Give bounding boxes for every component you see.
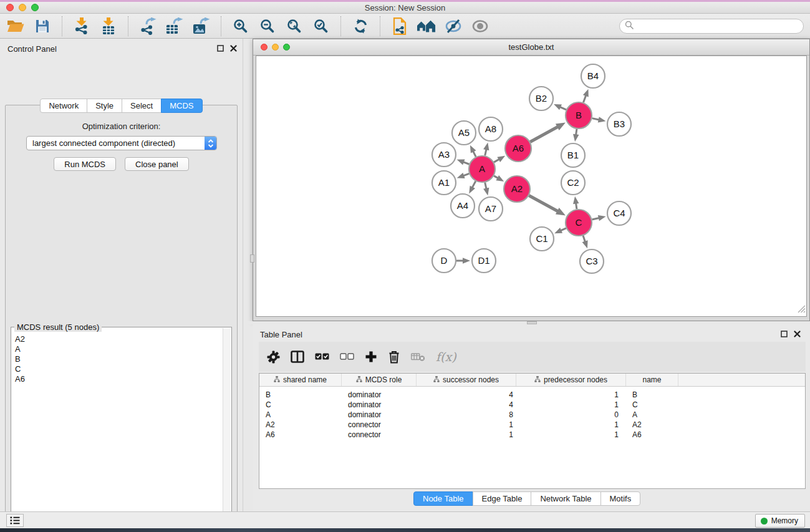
mcds-result-item[interactable]: A6 (15, 374, 220, 384)
mcds-result-item[interactable]: B (15, 354, 220, 364)
float-panel-icon[interactable] (216, 44, 224, 52)
search-input[interactable] (637, 22, 798, 31)
import-table-icon[interactable] (99, 16, 118, 36)
run-mcds-button[interactable]: Run MCDS (54, 157, 116, 171)
graph-node-label-B1: B1 (567, 150, 579, 160)
select-all-rows-icon[interactable] (315, 349, 329, 364)
graph-node-label-A8: A8 (485, 123, 496, 134)
cell-successor-nodes: 4 (417, 400, 516, 409)
control-tab-select[interactable]: Select (122, 99, 162, 113)
column-header-predecessor-nodes[interactable]: predecessor nodes (516, 374, 626, 386)
close-panel-button[interactable]: Close panel (125, 157, 189, 171)
zoom-in-icon[interactable] (231, 16, 250, 36)
network-window-title: testGlobe.txt (253, 42, 809, 52)
zoom-out-icon[interactable] (258, 16, 277, 36)
delete-table-icon[interactable] (411, 349, 425, 364)
show-columns-icon[interactable] (291, 349, 304, 364)
optimization-criterion-label: Optimization criterion: (6, 122, 237, 131)
table-row[interactable]: A2connector11A2 (259, 420, 805, 430)
table-row[interactable]: Cdominator41C (259, 400, 805, 410)
network-view-window: testGlobe.txt B4B2BB3A5A8A6A3B1AA1C2A2A4… (253, 39, 810, 321)
cell-name: C (626, 400, 678, 409)
deselect-all-rows-icon[interactable] (340, 349, 354, 364)
table-row[interactable]: Bdominator41B (259, 390, 805, 400)
control-tab-network[interactable]: Network (40, 99, 87, 113)
main-titlebar[interactable]: Session: New Session (0, 2, 810, 14)
table-row[interactable]: Adominator80A (259, 410, 805, 420)
export-table-icon[interactable] (165, 16, 184, 36)
cell-successor-nodes: 1 (417, 420, 516, 429)
edge-arrowhead (483, 142, 489, 150)
float-panel-icon[interactable] (780, 330, 788, 338)
column-label: predecessor nodes (544, 375, 607, 384)
table-panel-title: Table Panel (260, 330, 302, 339)
cell-mcds-role: connector (342, 420, 417, 429)
open-session-icon[interactable] (6, 16, 25, 36)
graph-node-label-C1: C1 (536, 233, 547, 244)
column-header-shared-name[interactable]: shared name (259, 374, 342, 386)
cell-successor-nodes: 8 (417, 410, 516, 419)
graph-node-label-A: A (479, 163, 485, 174)
table-row[interactable]: A6connector11A6 (259, 430, 805, 440)
zoom-selected-icon[interactable] (312, 16, 330, 36)
column-label: shared name (283, 375, 327, 384)
table-tab-motifs[interactable]: Motifs (600, 491, 641, 506)
edge-arrowhead (598, 215, 606, 221)
mcds-result-scrollbar[interactable] (223, 328, 231, 532)
edge-arrowhead (470, 145, 476, 153)
control-panel-tabs: NetworkStyleSelectMCDS (0, 99, 243, 113)
edge-arrowhead (582, 240, 588, 248)
export-image-icon[interactable] (192, 16, 211, 36)
graph-node-label-C4: C4 (613, 208, 625, 218)
control-tab-style[interactable]: Style (87, 99, 122, 113)
task-history-button[interactable] (6, 514, 24, 527)
table-tab-node-table[interactable]: Node Table (413, 491, 473, 506)
memory-label: Memory (771, 516, 798, 525)
column-header-successor-nodes[interactable]: successor nodes (417, 374, 516, 386)
mcds-result-item[interactable]: C (15, 364, 220, 374)
edge-A2-C[interactable] (529, 196, 558, 212)
cell-shared-name: A6 (259, 430, 342, 439)
memory-status-icon (761, 518, 768, 525)
column-label: MCDS role (365, 375, 402, 384)
network-window-titlebar[interactable]: testGlobe.txt (253, 39, 809, 56)
column-header-name[interactable]: name (626, 374, 678, 386)
refresh-icon[interactable] (351, 16, 370, 36)
hide-graphics-details-icon[interactable] (444, 16, 463, 36)
network-canvas[interactable]: B4B2BB3A5A8A6A3B1AA1C2A2A4A7C4CC1C3DD1 (256, 56, 807, 317)
toolbar-search[interactable] (619, 19, 804, 34)
graph-node-label-D: D (441, 255, 448, 266)
create-column-plus-icon[interactable] (365, 349, 377, 364)
network-from-file-icon[interactable] (390, 16, 409, 36)
cell-name: B (626, 390, 678, 399)
home-icon[interactable] (417, 16, 436, 36)
toolbar-separator (340, 16, 341, 36)
resize-grip-icon[interactable] (797, 304, 806, 316)
edge-A6-B[interactable] (530, 127, 558, 142)
column-label: name (642, 375, 661, 384)
function-builder-icon[interactable]: f(x) (436, 350, 456, 364)
toolbar-separator (380, 16, 380, 36)
table-tab-edge-table[interactable]: Edge Table (473, 491, 532, 506)
mcds-result-item[interactable]: A2 (15, 334, 220, 344)
import-network-icon[interactable] (72, 16, 91, 36)
divider-grip[interactable] (250, 254, 254, 263)
close-panel-icon[interactable] (793, 330, 801, 338)
table-tab-network-table[interactable]: Network Table (531, 491, 600, 506)
mcds-result-item[interactable]: A (15, 344, 220, 354)
save-session-icon[interactable] (33, 16, 52, 36)
column-settings-gear-icon[interactable] (267, 349, 280, 364)
cell-mcds-role: connector (342, 430, 417, 439)
export-network-icon[interactable] (138, 16, 157, 36)
cell-predecessor-nodes: 1 (516, 420, 626, 429)
zoom-fit-icon[interactable] (285, 16, 304, 36)
memory-button[interactable]: Memory (755, 514, 805, 528)
column-header-mcds-role[interactable]: MCDS role (342, 374, 417, 386)
criterion-select[interactable]: largest connected component (directed) (26, 136, 217, 150)
close-panel-icon[interactable] (229, 44, 238, 52)
control-tab-mcds[interactable]: MCDS (161, 99, 202, 113)
table-panel-tabs: Node TableEdge TableNetwork TableMotifs (413, 491, 640, 506)
show-graphics-details-icon[interactable] (471, 16, 489, 36)
cell-successor-nodes: 1 (417, 430, 516, 439)
delete-column-trash-icon[interactable] (388, 349, 400, 364)
